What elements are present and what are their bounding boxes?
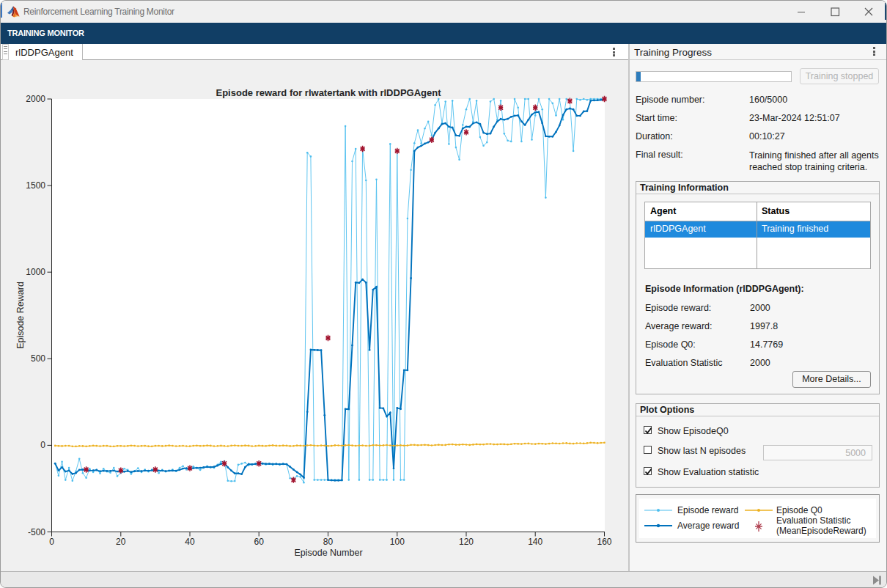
svg-text:100: 100 (390, 537, 405, 547)
svg-text:80: 80 (323, 537, 334, 547)
svg-text:Episode reward for rlwatertank: Episode reward for rlwatertank with rlDD… (216, 87, 442, 98)
svg-text:1500: 1500 (26, 180, 45, 191)
svg-text:120: 120 (459, 537, 474, 547)
svg-text:0: 0 (40, 440, 45, 450)
svg-text:Episode Reward: Episode Reward (15, 282, 26, 349)
svg-text:2000: 2000 (26, 94, 45, 104)
svg-text:500: 500 (31, 353, 45, 364)
svg-text:60: 60 (254, 537, 265, 547)
svg-text:140: 140 (528, 537, 542, 547)
svg-text:160: 160 (597, 537, 611, 547)
svg-text:20: 20 (116, 537, 126, 547)
svg-text:0: 0 (49, 537, 54, 547)
svg-text:Episode Number: Episode Number (294, 548, 362, 558)
svg-text:-500: -500 (28, 527, 45, 537)
svg-text:40: 40 (185, 537, 195, 547)
svg-text:1000: 1000 (26, 267, 45, 277)
